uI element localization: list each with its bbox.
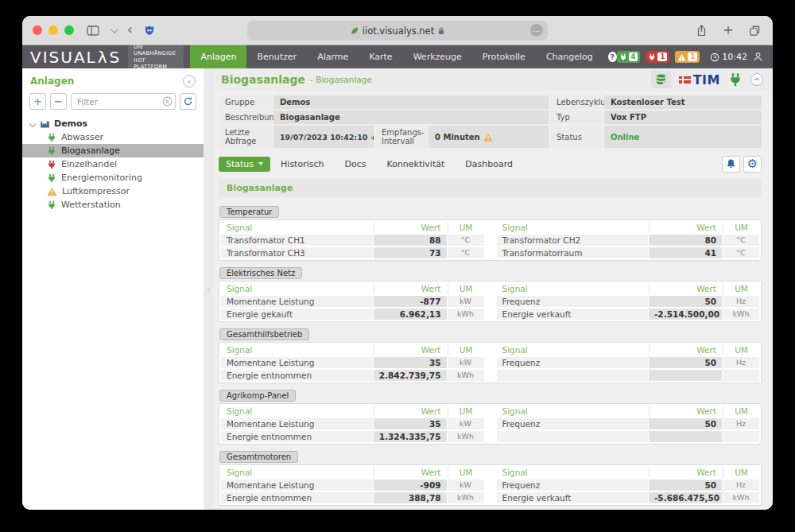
back-button[interactable]: ‹ — [127, 23, 133, 37]
panel-resize-handle[interactable]: ‹ — [204, 68, 213, 510]
sidebar-item-energiemonitoring[interactable]: Energiemonitoring — [22, 171, 204, 184]
sidebar-item-einzelhandel[interactable]: Einzelhandel — [22, 157, 204, 171]
tree-group-demos[interactable]: Demos — [22, 117, 204, 130]
signal-unit: °C — [448, 247, 484, 258]
header-collapse-button[interactable] — [750, 73, 763, 86]
notifications-button[interactable] — [722, 156, 740, 173]
signal-name: Energie entnommen — [221, 370, 373, 381]
filter-input[interactable] — [71, 93, 176, 110]
signal-value: 50 — [649, 418, 722, 429]
tab-historisch[interactable]: Historisch — [270, 157, 334, 172]
signal-name: Energie verkauft — [497, 492, 649, 503]
column-header: UM — [448, 283, 484, 294]
minimize-window-button[interactable] — [48, 25, 58, 35]
factory-icon — [40, 118, 50, 129]
signal-table-left-gesamtmotoren: SignalWertUMMomentane Leistung-909kWEner… — [221, 467, 484, 503]
sidebar-toggle-icon[interactable] — [87, 25, 99, 36]
help-icon[interactable]: ? — [608, 52, 617, 62]
column-header: Wert — [649, 283, 722, 294]
sidebar-item-luftkompressor[interactable]: Luftkompressor — [22, 184, 204, 198]
offline-count-badge[interactable]: 1 — [646, 51, 669, 63]
online-count-badge[interactable]: 4 — [617, 51, 641, 63]
signal-value: -2.514.500,00 — [649, 309, 722, 320]
caret-down-icon — [258, 162, 263, 165]
tab-status[interactable]: Status — [219, 157, 270, 172]
nav-item-werkzeuge[interactable]: Werkzeuge — [403, 45, 472, 68]
signal-table-right-gesamthilfsbetrieb: SignalWertUMFrequenz50Hz — [497, 344, 760, 381]
signal-table-left-temperatur: SignalWertUMTransformator CH188°CTransfo… — [221, 222, 484, 258]
column-header: Wert — [649, 467, 722, 478]
signal-name: Momentane Leistung — [221, 418, 373, 429]
tab-overview-icon[interactable] — [750, 25, 760, 36]
navbar-status-area: 4 1 1 10:42 — [617, 45, 773, 68]
refresh-button[interactable] — [180, 93, 196, 110]
clear-filter-icon[interactable] — [162, 96, 173, 107]
site-leaf-icon — [351, 26, 359, 35]
signal-value: 35 — [374, 418, 447, 429]
signal-sections: TemperaturSignalWertUMTransformator CH18… — [219, 203, 762, 510]
signal-value: -877 — [374, 296, 447, 307]
share-icon[interactable] — [696, 25, 707, 37]
table-header-row: SignalWertUM — [221, 406, 484, 417]
nav-item-karte[interactable]: Karte — [359, 45, 402, 68]
tab-bar: Status Historisch Docs Konnektivität Das… — [219, 155, 762, 173]
table-header-row: SignalWertUM — [221, 467, 484, 478]
signal-unit: kWh — [448, 492, 484, 503]
column-header: UM — [448, 406, 484, 417]
sidebar-item-biogasanlage[interactable]: Biogasanlage — [22, 144, 204, 157]
signal-value — [649, 370, 722, 381]
tab-dashboard[interactable]: Dashboard — [455, 157, 523, 172]
nav-item-protokolle[interactable]: Protokolle — [472, 45, 536, 68]
user-icon[interactable] — [753, 52, 763, 62]
warning-count-badge[interactable]: 1 — [675, 51, 700, 63]
settings-button[interactable]: ⚙ — [743, 156, 762, 173]
url-field[interactable]: iiot.visualys.net … — [247, 21, 548, 41]
url-text: iiot.visualys.net — [363, 25, 434, 37]
warning-icon — [47, 187, 57, 196]
new-tab-icon[interactable] — [723, 25, 733, 35]
add-asset-button[interactable]: + — [29, 93, 46, 110]
sidebar-menu-chevron-icon[interactable] — [111, 25, 118, 33]
signal-name: Frequenz — [497, 418, 649, 429]
nav-item-benutzer[interactable]: Benutzer — [246, 45, 307, 68]
sidebar-tree-items: AbwasserBiogasanlageEinzelhandelEnergiem… — [22, 130, 204, 212]
signal-value: 50 — [649, 357, 722, 368]
asset-sidebar: Anlagen ‹ + − Demos — [22, 68, 204, 510]
database-button[interactable] — [651, 71, 671, 88]
signal-row — [497, 370, 760, 381]
plug-ok-icon — [619, 53, 627, 61]
sidebar-item-abwasser[interactable]: Abwasser — [22, 130, 204, 144]
plug-error-icon — [47, 160, 56, 169]
zoom-window-button[interactable] — [64, 25, 74, 35]
tab-docs[interactable]: Docs — [335, 157, 377, 172]
signal-row: Transformator CH280°C — [497, 235, 760, 246]
table-header-row: SignalWertUM — [497, 222, 760, 233]
close-window-button[interactable] — [33, 25, 42, 35]
signal-value: 35 — [374, 357, 447, 368]
signal-value: 1.324.335,75 — [374, 431, 447, 442]
column-header: UM — [723, 222, 759, 233]
connection-plug-icon[interactable] — [728, 72, 743, 87]
sidebar-item-wetterstation[interactable]: Wetterstation — [22, 198, 204, 212]
signal-name: Transformator CH2 — [497, 235, 649, 246]
nav-item-alarme[interactable]: Alarme — [307, 45, 359, 68]
url-more-button[interactable]: … — [530, 24, 543, 37]
info-value-empfangs-intervall: 0 Minuten — [429, 126, 549, 148]
signal-name: Frequenz — [497, 296, 649, 307]
signal-unit: kWh — [723, 309, 759, 320]
visualys-logo: VISUALλS — [22, 45, 121, 68]
logo-tagline: DIE UNABHÄNGIGE IIOT PLATTFORM — [128, 45, 184, 68]
signal-group-elektrisches-netz: Elektrisches NetzSignalWertUMMomentane L… — [219, 264, 762, 322]
signal-unit: kW — [448, 296, 484, 307]
extension-shield-icon[interactable] — [144, 25, 155, 36]
signal-row: Energie entnommen2.842.739,75kWh — [221, 370, 484, 381]
tab-konnektivitaet[interactable]: Konnektivität — [376, 157, 455, 172]
signal-row: Energie verkauft-5.686.475,50kWh — [497, 492, 760, 503]
signal-value: -5.686.475,50 — [649, 492, 722, 503]
remove-asset-button[interactable]: − — [50, 93, 67, 110]
column-header: Signal — [221, 467, 373, 478]
sidebar-collapse-button[interactable]: ‹ — [183, 75, 196, 87]
nav-item-changelog[interactable]: Changelog — [536, 45, 603, 68]
nav-item-anlagen[interactable]: Anlagen — [190, 45, 246, 68]
signal-unit: Hz — [723, 418, 759, 429]
